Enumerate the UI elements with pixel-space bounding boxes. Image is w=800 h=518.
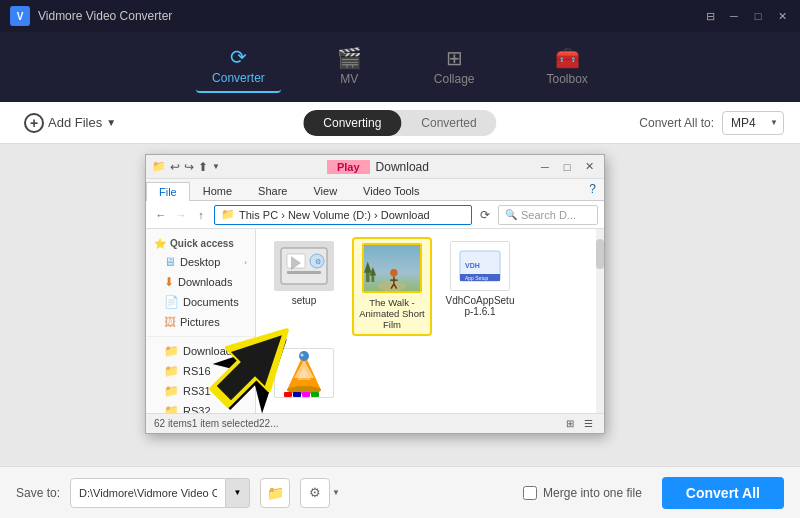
search-box[interactable]: 🔍 Search D... — [498, 205, 598, 225]
add-files-button[interactable]: + Add Files ▼ — [16, 109, 124, 137]
ribbon-tab-share[interactable]: Share — [245, 181, 300, 200]
desktop-expand-icon: › — [244, 258, 247, 267]
explorer-toolbar-mini-down[interactable]: ▼ — [212, 162, 220, 171]
big-directional-arrow — [195, 302, 315, 422]
save-path-input[interactable] — [70, 478, 226, 508]
title-bar: V Vidmore Video Converter ⊟ ─ □ ✕ — [0, 0, 800, 32]
ribbon-tab-view[interactable]: View — [300, 181, 350, 200]
bottom-bar: Save to: ▼ 📁 ⚙ ▼ Merge into one file Con… — [0, 466, 800, 518]
tree-item-downloads[interactable]: ⬇ Downloads — [146, 272, 255, 292]
svg-rect-9 — [371, 275, 374, 282]
logo-text: V — [17, 11, 24, 22]
nav-item-toolbox[interactable]: 🧰 Toolbox — [531, 42, 604, 92]
tree-item-desktop[interactable]: 🖥 Desktop › — [146, 252, 255, 272]
list-view-btn[interactable]: ☰ — [580, 416, 596, 432]
explorer-toolbar-up[interactable]: ⬆ — [198, 160, 208, 174]
nav-item-converter[interactable]: ⟳ Converter — [196, 41, 281, 93]
merge-checkbox[interactable] — [523, 486, 537, 500]
chat-button[interactable]: ⊟ — [702, 8, 718, 24]
documents-icon: 📄 — [164, 295, 179, 309]
svg-text:⚙: ⚙ — [315, 258, 321, 265]
app-logo: V — [10, 6, 30, 26]
save-path-dropdown-btn[interactable]: ▼ — [226, 478, 250, 508]
ribbon-help-btn[interactable]: ? — [581, 178, 604, 200]
item-count: 62 items — [154, 418, 192, 429]
add-files-dropdown-arrow: ▼ — [106, 117, 116, 128]
tab-converted[interactable]: Converted — [401, 110, 496, 136]
format-select[interactable]: MP4 AVI MKV MOV — [722, 111, 784, 135]
app-title: Vidmore Video Converter — [38, 9, 702, 23]
svg-rect-2 — [287, 271, 321, 274]
explorer-toolbar-back[interactable]: ↩ — [170, 160, 180, 174]
address-nav-btns: ← → ↑ — [152, 206, 210, 224]
svg-text:VDH: VDH — [465, 262, 480, 269]
window-controls: ⊟ ─ □ ✕ — [702, 8, 790, 24]
plus-icon: + — [24, 113, 44, 133]
downloads-icon: ⬇ — [164, 275, 174, 289]
pictures-icon: 🖼 — [164, 315, 176, 329]
refresh-btn[interactable]: ⟳ — [476, 206, 494, 224]
setup-thumbnail: ⚙ — [274, 241, 334, 291]
nav-item-mv[interactable]: 🎬 MV — [321, 42, 378, 92]
rs16-folder-icon: 📁 — [164, 364, 179, 378]
save-to-label: Save to: — [16, 486, 60, 500]
tab-group: Converting Converted — [303, 110, 496, 136]
collage-icon: ⊞ — [446, 48, 463, 68]
file-item-vdh[interactable]: VDH App Setup VdhCoAppSetup-1.6.1 — [440, 237, 520, 336]
toolbar: + Add Files ▼ Converting Converted Conve… — [0, 102, 800, 144]
explorer-win-controls: ─ □ ✕ — [536, 159, 598, 175]
minimize-button[interactable]: ─ — [726, 8, 742, 24]
folder-breadcrumb-icon: 📁 — [221, 208, 235, 221]
ribbon-tab-home[interactable]: Home — [190, 181, 245, 200]
tree-item-quick-access[interactable]: ⭐ Quick access — [146, 235, 255, 252]
converter-icon: ⟳ — [230, 47, 247, 67]
walk-thumbnail — [362, 243, 422, 293]
search-icon: 🔍 — [505, 209, 517, 220]
merge-label: Merge into one file — [543, 486, 642, 500]
address-up-btn[interactable]: ↑ — [192, 206, 210, 224]
address-forward-btn[interactable]: → — [172, 206, 190, 224]
tab-converting[interactable]: Converting — [303, 110, 401, 136]
address-path[interactable]: 📁 This PC › New Volume (D:) › Download — [214, 205, 472, 225]
mv-icon: 🎬 — [337, 48, 362, 68]
scroll-indicator[interactable] — [596, 229, 604, 413]
convert-all-button[interactable]: Convert All — [662, 477, 784, 509]
settings-dropdown-arrow[interactable]: ▼ — [332, 488, 340, 497]
nav-label-toolbox: Toolbox — [547, 72, 588, 86]
rs32-folder-icon: 📁 — [164, 404, 179, 413]
file-item-walk[interactable]: The Walk - Animated Short Film — [352, 237, 432, 336]
ribbon-tab-videotools[interactable]: Video Tools — [350, 181, 432, 200]
explorer-close-btn[interactable]: ✕ — [580, 159, 598, 175]
vdh-filename: VdhCoAppSetup-1.6.1 — [444, 295, 516, 317]
explorer-maximize-btn[interactable]: □ — [558, 159, 576, 175]
browse-folder-btn[interactable]: 📁 — [260, 478, 290, 508]
convert-all-to-label: Convert All to: — [639, 116, 714, 130]
tree-label-downloads: Downloads — [178, 276, 232, 288]
settings-btn-group: ⚙ ▼ — [300, 478, 340, 508]
walk-icon-svg — [364, 243, 420, 293]
grid-view-btn[interactable]: ⊞ — [562, 416, 578, 432]
ribbon-tabs: File Home Share View Video Tools ? — [146, 179, 604, 201]
svg-text:App Setup: App Setup — [465, 275, 489, 281]
desktop-icon: 🖥 — [164, 255, 176, 269]
ribbon-tab-file[interactable]: File — [146, 182, 190, 201]
save-path-group: ▼ — [70, 478, 250, 508]
nav-item-collage[interactable]: ⊞ Collage — [418, 42, 491, 92]
vdh-thumbnail: VDH App Setup — [450, 241, 510, 291]
download-folder-icon: 📁 — [164, 344, 179, 358]
vdh-icon-svg: VDH App Setup — [455, 246, 505, 286]
maximize-button[interactable]: □ — [750, 8, 766, 24]
toolbox-icon: 🧰 — [555, 48, 580, 68]
settings-btn[interactable]: ⚙ — [300, 478, 330, 508]
nav-label-mv: MV — [340, 72, 358, 86]
format-select-wrapper: MP4 AVI MKV MOV — [722, 111, 784, 135]
explorer-minimize-btn[interactable]: ─ — [536, 159, 554, 175]
close-button[interactable]: ✕ — [774, 8, 790, 24]
explorer-title-left: 📁 ↩ ↪ ⬆ ▼ — [152, 160, 220, 174]
svg-point-12 — [390, 269, 397, 276]
view-buttons: ⊞ ☰ — [562, 416, 596, 432]
explorer-toolbar-fwd[interactable]: ↪ — [184, 160, 194, 174]
nav-label-converter: Converter — [212, 71, 265, 85]
explorer-folder-icon: 📁 — [152, 160, 166, 173]
address-back-btn[interactable]: ← — [152, 206, 170, 224]
